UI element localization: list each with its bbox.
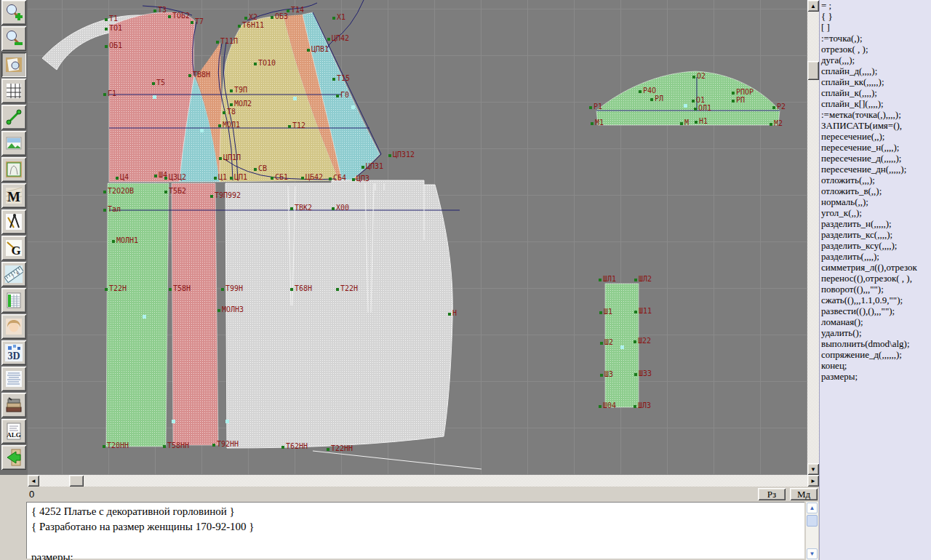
point-marker [599, 405, 602, 408]
command-item[interactable]: пересечение_дн(,,,,,); [820, 164, 931, 175]
command-item[interactable]: сплайн_д(,,,,); [820, 65, 931, 76]
vscroll-thumb[interactable] [807, 61, 819, 80]
command-item[interactable]: пересечение(,,); [820, 131, 931, 142]
command-item[interactable]: сплайн_к(,,,,); [820, 87, 931, 98]
command-item[interactable]: = ; [820, 0, 931, 11]
command-item[interactable]: размеры; [820, 371, 931, 382]
scroll-up-button[interactable]: ▲ [807, 0, 819, 12]
algorithm-editor[interactable]: { 4252 Платье с декоративной горловиной … [26, 502, 804, 559]
command-item[interactable]: развести((),(),,,""); [820, 305, 931, 316]
point-label: Т6Н11 [242, 21, 264, 29]
command-item[interactable]: { } [820, 11, 931, 22]
point-label: Р1 [594, 103, 602, 111]
command-item[interactable]: ломаная(); [820, 316, 931, 327]
command-item[interactable]: сплайн_кк(,,,,,); [820, 76, 931, 87]
fabric-m-button[interactable]: M [1, 183, 26, 208]
command-item[interactable]: конец; [820, 360, 931, 371]
point-marker [634, 279, 637, 281]
point-label: Т5 [156, 79, 165, 87]
canvas-vscrollbar[interactable]: ▲ ▼ [807, 0, 819, 475]
image-view-button[interactable] [1, 131, 26, 156]
point-label: Р2 [777, 103, 786, 111]
size-table-button[interactable] [1, 288, 26, 313]
command-item[interactable]: [ ] [820, 22, 931, 33]
md-button[interactable]: Мд [790, 488, 818, 500]
point-label: Ш1 [604, 308, 612, 316]
svg-text:ALG: ALG [7, 431, 21, 439]
command-item[interactable]: поворот((),,,""); [820, 284, 931, 295]
rz-button[interactable]: Рз [758, 488, 786, 500]
piece-skirt-red[interactable] [172, 183, 218, 445]
command-item[interactable]: отложить(,,,); [820, 175, 931, 185]
point-marker [695, 121, 698, 124]
point-marker [599, 311, 602, 314]
point-marker [770, 123, 772, 126]
command-item[interactable]: дуга(,,,); [820, 55, 931, 65]
ruler-button[interactable]: 78 [1, 262, 26, 287]
editor-scrollbar[interactable]: ▲ ▼ [806, 502, 818, 560]
drafting-tools-button[interactable] [1, 209, 26, 234]
piece-skirt-green[interactable] [106, 183, 169, 447]
methods-library-button[interactable] [1, 393, 26, 417]
pattern-sheet-button[interactable] [1, 157, 26, 182]
text-list-button[interactable] [1, 367, 26, 391]
scroll-left-button[interactable]: ◄ [28, 475, 39, 487]
editor-scroll-up-button[interactable]: ▲ [807, 503, 818, 513]
g-drafting-button[interactable]: G [1, 236, 26, 260]
command-item[interactable]: удалить(); [820, 327, 931, 338]
3d-view-button[interactable]: 3D [1, 340, 26, 365]
zoom-in-button[interactable] [1, 0, 26, 25]
drawing-canvas[interactable]: Т1ТО1ОБ1Т3ТОБ2Т7Х2Т6Н11ОБ3Т14Х1ЦП42ЦПВ1Т… [28, 0, 807, 475]
point-marker [219, 157, 222, 160]
measure-line-button[interactable] [1, 105, 26, 129]
command-item[interactable]: разделить_кс(,,,,); [820, 229, 931, 240]
command-item[interactable]: разделить(,,,,); [820, 251, 931, 262]
command-item[interactable]: симметрия_л((),отрезок [820, 262, 931, 273]
point-marker [153, 9, 156, 12]
command-item[interactable]: пересечение_н(,,,,); [820, 142, 931, 153]
command-item[interactable]: сжать((),,,1.1,0.9,""); [820, 295, 931, 305]
editor-scroll-down-button[interactable]: ▼ [807, 548, 818, 559]
point-marker [287, 9, 289, 12]
command-item[interactable]: разделить_н(,,,,,); [820, 218, 931, 229]
selected-point-marker [172, 420, 175, 423]
3d-view-icon: 3D [4, 343, 23, 362]
sheet-preview-button[interactable] [1, 52, 26, 77]
editor-scroll-thumb[interactable] [807, 515, 818, 527]
point-marker [634, 340, 636, 343]
point-label: ЦП31 [366, 162, 383, 170]
command-item[interactable]: разделить_ксу(,,,,); [820, 240, 931, 251]
command-item[interactable]: отложить_в(,,); [820, 185, 931, 196]
hscroll-thumb[interactable] [69, 475, 84, 487]
command-item[interactable]: выполнить(dmod\alg); [820, 338, 931, 349]
command-item[interactable]: сплайн_к[](,,,,); [820, 98, 931, 109]
command-item[interactable]: :=метка(точка(,),,,,); [820, 109, 931, 120]
point-label: ЦП42 [332, 34, 349, 42]
point-label: ЦП312 [393, 151, 415, 159]
command-item[interactable]: нормаль(,,); [820, 196, 931, 207]
drafting-tools-icon [4, 212, 23, 231]
point-marker [634, 405, 636, 408]
scroll-right-button[interactable]: ► [807, 475, 819, 487]
scroll-down-button[interactable]: ▼ [807, 463, 819, 475]
command-item[interactable]: :=точка(,); [820, 33, 931, 44]
grid-button[interactable] [1, 79, 26, 103]
command-item[interactable]: ЗАПИСАТЬ(имя=(), [820, 120, 931, 131]
algorithm-button[interactable]: ALG [1, 419, 26, 444]
command-item[interactable]: пересечение_д(,,,,,); [820, 153, 931, 164]
point-label: Т58Н [173, 284, 191, 292]
point-label: СВ [258, 164, 267, 172]
command-item[interactable]: отрезок( , ); [820, 44, 931, 55]
command-item[interactable]: угол_к(,,); [820, 207, 931, 218]
canvas-hscrollbar[interactable]: ◄ ► [28, 475, 819, 487]
command-item[interactable]: перенос((),отрезок( , ), [820, 273, 931, 284]
point-marker [352, 178, 355, 181]
piece-skirt-white[interactable] [225, 180, 452, 448]
exit-button[interactable] [1, 445, 26, 470]
point-marker [290, 207, 293, 210]
zoom-out-button[interactable] [1, 26, 26, 51]
selected-point-marker [225, 420, 229, 423]
g-drafting-icon: G [4, 239, 23, 257]
model-photo-button[interactable] [1, 314, 26, 339]
command-item[interactable]: сопряжение_д(,,,,,,); [820, 349, 931, 360]
